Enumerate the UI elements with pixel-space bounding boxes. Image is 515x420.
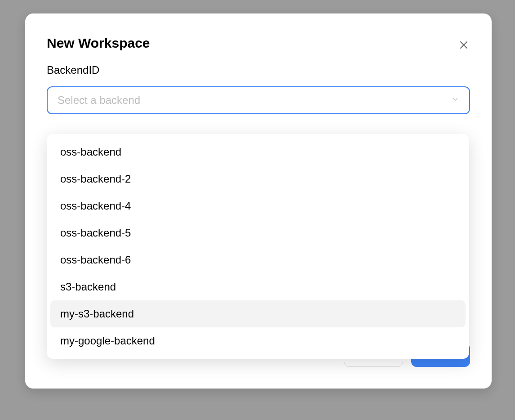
backend-id-label: BackendID [47,64,470,76]
backend-select[interactable]: Select a backend [47,86,470,114]
dropdown-option[interactable]: oss-backend-4 [50,192,466,219]
dropdown-option[interactable]: s3-backend [50,273,466,300]
close-icon [458,40,469,50]
dropdown-option[interactable]: oss-backend-2 [50,165,466,192]
dropdown-option[interactable]: oss-backend [50,139,466,165]
new-workspace-modal: New Workspace BackendID Select a backend… [25,13,492,389]
backend-dropdown: oss-backendoss-backend-2oss-backend-4oss… [47,134,469,359]
chevron-down-icon [451,95,459,105]
close-button[interactable] [457,39,470,51]
select-placeholder: Select a backend [58,94,140,107]
dropdown-option[interactable]: oss-backend-5 [50,219,466,246]
modal-title: New Workspace [47,35,150,51]
dropdown-option[interactable]: my-s3-backend [50,300,466,327]
dropdown-option[interactable]: oss-backend-6 [50,246,466,273]
dropdown-option[interactable]: my-google-backend [50,327,466,354]
modal-header: New Workspace [47,35,470,51]
